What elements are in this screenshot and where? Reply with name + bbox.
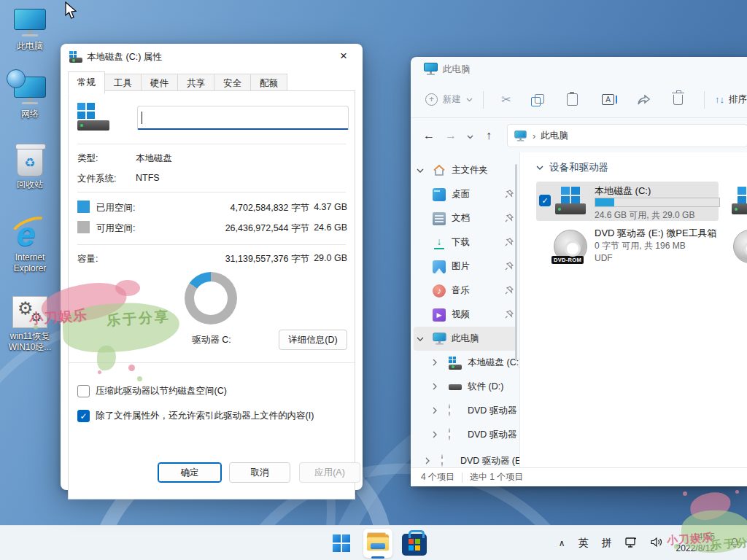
recent-locations-chevron-icon[interactable] xyxy=(462,131,478,141)
address-bar[interactable]: › 此电脑 xyxy=(507,124,747,147)
share-icon[interactable] xyxy=(626,95,662,105)
dvd-rom-badge: DVD-ROM xyxy=(551,256,584,264)
explorer-titlebar[interactable]: 此电脑 xyxy=(411,57,747,82)
start-button[interactable] xyxy=(327,529,356,558)
nav-scrollbar[interactable] xyxy=(515,164,517,361)
back-icon[interactable]: ← xyxy=(418,129,440,142)
clock-date: 2022/8/12 xyxy=(676,543,715,555)
drive-icon-partial[interactable] xyxy=(732,187,747,216)
nav-dvd-f[interactable]: DVD 驱动器 (F:) xyxy=(411,423,519,447)
volume-name-input[interactable] xyxy=(137,106,349,130)
desktop-icon-internet-explorer[interactable]: e Internet Explorer xyxy=(0,213,60,274)
network-icon[interactable] xyxy=(625,537,638,551)
volume-icon[interactable] xyxy=(651,537,663,550)
checkbox-checked[interactable]: ✓ xyxy=(77,410,90,422)
nav-label: 软件 (D:) xyxy=(468,381,503,393)
checkbox-unchecked[interactable]: ✓ xyxy=(77,385,90,397)
compress-checkbox-row[interactable]: ✓ 压缩此驱动器以节约磁盘空间(C) xyxy=(77,385,227,397)
chevron-right-icon[interactable] xyxy=(433,357,443,368)
nav-documents[interactable]: 文档 xyxy=(411,206,519,230)
file-explorer-taskbar-button[interactable] xyxy=(363,529,392,558)
nav-pictures[interactable]: 图片 xyxy=(411,254,519,279)
capacity-label: 容量: xyxy=(77,253,98,265)
nav-videos[interactable]: ▶ 视频 xyxy=(411,303,519,327)
capacity-bytes: 31,139,557,376 字节 xyxy=(225,253,309,265)
nav-label: DVD 驱动器 (E:) xyxy=(460,455,519,467)
nav-drive-d[interactable]: 软件 (D:) xyxy=(411,375,519,399)
item-checkbox[interactable]: ✓ xyxy=(539,195,551,206)
sort-button[interactable]: ↑↓ 排序 xyxy=(715,93,747,106)
chevron-right-icon[interactable] xyxy=(433,429,443,440)
breadcrumb[interactable]: 此电脑 xyxy=(541,130,568,142)
item-local-disk-c[interactable]: ✓ 本地磁盘 (C:) 24.6 GB 可用, 共 29.0 GB xyxy=(536,182,719,221)
taskbar-clock[interactable]: 14:55 2022/8/12 xyxy=(676,532,715,554)
chevron-down-icon[interactable] xyxy=(417,165,427,176)
pin-icon xyxy=(505,190,514,201)
apply-button[interactable]: 应用(A) xyxy=(299,462,360,483)
chevron-right-icon[interactable] xyxy=(433,381,443,392)
sort-icon: ↑↓ xyxy=(715,94,724,105)
tray-chevron-icon[interactable]: ∧ xyxy=(559,538,565,548)
nav-label: 本地磁盘 (C:) xyxy=(468,357,519,369)
nav-this-pc[interactable]: 此电脑 xyxy=(414,327,516,351)
paste-icon[interactable] xyxy=(554,93,590,106)
rename-icon[interactable]: A xyxy=(590,94,626,105)
status-divider xyxy=(462,472,462,483)
up-icon[interactable]: ↑ xyxy=(478,129,500,142)
explorer-window: 此电脑 + 新建 ✂ A ↑↓ 排序 ← → ↑ › 此电脑 xyxy=(411,57,747,486)
forward-icon[interactable]: → xyxy=(440,129,462,142)
details-button[interactable]: 详细信息(D) xyxy=(279,330,347,350)
copy-icon[interactable] xyxy=(519,94,554,106)
tab-general[interactable]: 常规 xyxy=(68,71,105,94)
cut-icon[interactable]: ✂ xyxy=(494,93,519,106)
free-space-size: 24.6 GB xyxy=(314,222,347,233)
nav-home[interactable]: 主文件夹 xyxy=(411,158,519,182)
new-label: 新建 xyxy=(443,93,461,106)
nav-dvd-e[interactable]: DVD 驱动器 (E:) xyxy=(411,399,519,423)
windows-logo-icon xyxy=(333,534,350,552)
item-dvd-e[interactable]: DVD-ROM DVD 驱动器 (E:) 微PE工具箱 0 字节 可用, 共 1… xyxy=(536,224,719,269)
videos-folder-icon: ▶ xyxy=(433,308,446,322)
nav-downloads[interactable]: ↓ 下载 xyxy=(411,230,519,254)
explorer-content: 设备和驱动器 ✓ 本地磁盘 (C:) 24.6 GB 可用, 共 29.0 GB… xyxy=(520,152,747,467)
group-label: 设备和驱动器 xyxy=(549,161,608,174)
toolbar-divider xyxy=(483,91,484,109)
desktop-icon-network[interactable]: 网络 xyxy=(0,77,60,120)
free-space-label: 可用空间: xyxy=(96,222,135,235)
ime-language-english[interactable]: 英 xyxy=(578,537,589,550)
chevron-right-icon[interactable] xyxy=(433,405,443,416)
delete-icon[interactable] xyxy=(662,95,694,105)
dialog-titlebar[interactable]: 本地磁盘 (C:) 属性 × xyxy=(61,44,363,70)
nav-dvd-root[interactable]: DVD 驱动器 (E:) xyxy=(411,449,519,467)
ok-button[interactable]: 确定 xyxy=(158,462,222,483)
checkbox-label: 除了文件属性外，还允许索引此驱动器上文件的内容(I) xyxy=(96,410,314,422)
new-button[interactable]: + 新建 xyxy=(425,93,473,106)
drive-icon xyxy=(77,103,109,131)
free-space-bytes: 26,436,972,544 字节 xyxy=(225,222,309,235)
nav-drive-c[interactable]: 本地磁盘 (C:) xyxy=(411,351,519,375)
close-icon[interactable]: × xyxy=(329,45,358,67)
chevron-down-icon[interactable] xyxy=(417,333,427,344)
desktop-icon-recycle-bin[interactable]: ♻ 回收站 xyxy=(0,146,60,190)
downloads-folder-icon: ↓ xyxy=(433,236,446,249)
desktop-icon-label: 此电脑 xyxy=(0,41,60,52)
nav-label: DVD 驱动器 (F:) xyxy=(468,429,519,441)
notification-bell-icon[interactable]: z xyxy=(728,536,741,551)
gears-icon: ⚙⚙ xyxy=(12,296,47,328)
index-checkbox-row[interactable]: ✓ 除了文件属性外，还允许索引此驱动器上文件的内容(I) xyxy=(77,410,314,422)
chevron-right-icon[interactable] xyxy=(425,456,436,467)
nav-music[interactable]: ♪ 音乐 xyxy=(411,279,519,303)
desktop-icon-this-pc[interactable]: 此电脑 xyxy=(0,9,60,52)
mouse-cursor xyxy=(64,1,77,20)
microsoft-store-taskbar-button[interactable] xyxy=(400,529,429,558)
capacity-bar-fill xyxy=(595,198,614,206)
nav-label: DVD 驱动器 (E:) xyxy=(468,405,519,417)
dvd-icon-partial[interactable] xyxy=(733,230,747,263)
desktop-icon-label: Internet Explorer xyxy=(4,252,55,274)
group-devices-and-drives[interactable]: 设备和驱动器 xyxy=(536,161,608,174)
nav-desktop[interactable]: 桌面 xyxy=(411,182,519,206)
ime-language-pinyin[interactable]: 拼 xyxy=(602,537,612,550)
desktop-icon-win11-restore[interactable]: ⚙⚙ win11恢复WIN10经... xyxy=(0,296,60,353)
cancel-button[interactable]: 取消 xyxy=(229,462,290,483)
capacity-bar xyxy=(595,198,720,207)
